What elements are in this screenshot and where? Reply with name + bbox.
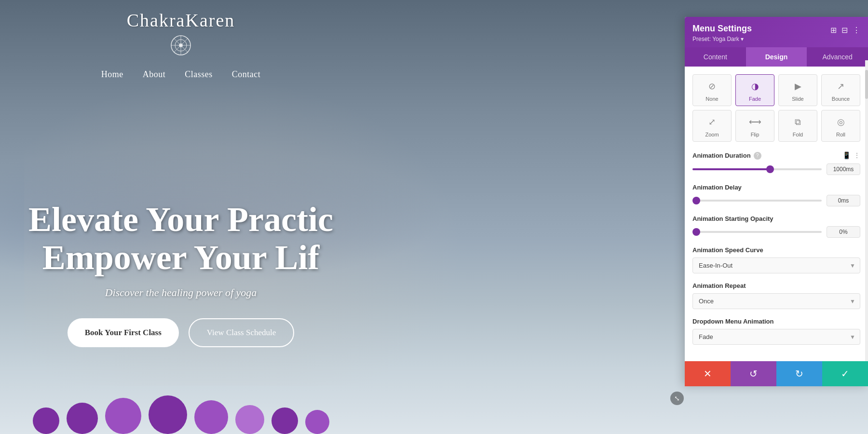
anim-none-icon: ⊘: [705, 79, 720, 94]
panel-preset[interactable]: Preset: Yoga Dark ▾: [692, 36, 752, 42]
animation-opacity-value[interactable]: 0%: [827, 226, 860, 238]
dropdown-menu-animation-select[interactable]: Fade Slide None: [692, 329, 860, 345]
animation-duration-more-icon[interactable]: ⋮: [854, 151, 860, 160]
circle-7: [271, 407, 298, 434]
animation-repeat-select-wrapper: Once Loop Never ▼: [692, 293, 860, 309]
animation-duration-fill: [692, 168, 770, 170]
anim-zoom-icon: ⤢: [705, 114, 720, 130]
tab-content[interactable]: Content: [685, 47, 746, 67]
circle-4: [149, 395, 187, 434]
save-button[interactable]: ✓: [822, 361, 868, 386]
panel-tabs: Content Design Advanced: [685, 47, 868, 67]
animation-speed-curve-section: Animation Speed Curve Ease-In-Out Linear…: [692, 246, 860, 273]
animation-delay-label: Animation Delay: [692, 184, 742, 191]
animation-opacity-slider-row: 0%: [692, 226, 860, 238]
anim-roll-label: Roll: [836, 132, 845, 137]
tab-design[interactable]: Design: [746, 47, 807, 67]
circle-6: [235, 405, 264, 434]
hero-subtitle: Discover the healing power of yoga: [0, 286, 362, 299]
animation-duration-help-icon[interactable]: ?: [754, 152, 761, 160]
animation-duration-label: Animation Duration: [692, 152, 751, 159]
nav-links: Home About Classes Contact: [101, 69, 261, 80]
animation-duration-section: Animation Duration ? 📱 ⋮ 1000ms: [692, 151, 860, 175]
panel-header-icons: ⊞ ⊟ ⋮: [830, 26, 860, 35]
more-options-icon[interactable]: ⋮: [853, 26, 860, 35]
anim-fold[interactable]: ⧉ Fold: [778, 110, 817, 142]
dropdown-menu-animation-select-wrapper: Fade Slide None ▼: [692, 329, 860, 345]
panel-title-area: Menu Settings Preset: Yoga Dark ▾: [692, 24, 752, 42]
animation-opacity-label-row: Animation Starting Opacity: [692, 215, 860, 222]
panel-body: ⊘ None ◑ Fade ▶ Slide ↗ Bounce ⤢ Zoom ⟷ …: [685, 67, 868, 361]
navigation: Chakra Karen Home About Classes Contact: [0, 0, 362, 80]
bottom-circles: [0, 395, 362, 434]
anim-flip-label: Flip: [751, 132, 760, 137]
anim-fold-label: Fold: [793, 132, 803, 137]
animation-speed-curve-select[interactable]: Ease-In-Out Linear Ease-In Ease-Out: [692, 258, 860, 273]
dropdown-menu-animation-section: Dropdown Menu Animation Fade Slide None …: [692, 318, 860, 345]
dropdown-menu-animation-label: Dropdown Menu Animation: [692, 318, 774, 325]
hero-content: Elevate Your Practic Empower Your Lif Di…: [0, 201, 362, 347]
animation-opacity-thumb[interactable]: [692, 228, 700, 236]
animation-repeat-label: Animation Repeat: [692, 282, 746, 289]
resize-handle[interactable]: ⤡: [670, 392, 684, 405]
animation-duration-value[interactable]: 1000ms: [827, 163, 860, 175]
anim-slide-label: Slide: [792, 96, 803, 102]
hero-title-line2: Empower Your Lif: [0, 239, 362, 277]
circle-8: [305, 410, 329, 434]
columns-icon[interactable]: ⊟: [841, 26, 848, 35]
panel-scrollbar[interactable]: [865, 60, 868, 361]
nav-about[interactable]: About: [143, 69, 166, 80]
anim-zoom[interactable]: ⤢ Zoom: [692, 110, 732, 142]
animation-duration-label-row: Animation Duration ? 📱 ⋮: [692, 151, 860, 160]
animation-duration-device-icon[interactable]: 📱: [842, 151, 851, 160]
animation-speed-curve-label: Animation Speed Curve: [692, 246, 763, 254]
anim-slide-icon: ▶: [790, 79, 806, 94]
animation-duration-slider-row: 1000ms: [692, 163, 860, 175]
panel-actions: ✕ ↺ ↻ ✓: [685, 361, 868, 386]
resize-icon: ⤡: [674, 394, 680, 403]
nav-contact[interactable]: Contact: [232, 69, 261, 80]
animation-delay-thumb[interactable]: [692, 197, 700, 204]
logo-script: Karen: [185, 10, 235, 31]
nav-home[interactable]: Home: [101, 69, 123, 80]
hero-title: Elevate Your Practic Empower Your Lif: [0, 201, 362, 277]
anim-fade[interactable]: ◑ Fade: [735, 74, 774, 106]
animation-duration-track[interactable]: [692, 168, 822, 170]
anim-flip-icon: ⟷: [747, 114, 763, 130]
animation-delay-section: Animation Delay 0ms: [692, 184, 860, 206]
anim-fade-label: Fade: [749, 96, 761, 102]
cancel-button[interactable]: ✕: [685, 361, 731, 386]
redo-button[interactable]: ↻: [776, 361, 822, 386]
logo-name: Chakra: [127, 10, 186, 31]
anim-bounce[interactable]: ↗ Bounce: [821, 74, 860, 106]
nav-classes[interactable]: Classes: [185, 69, 213, 80]
animation-delay-track[interactable]: [692, 200, 822, 202]
anim-roll[interactable]: ◎ Roll: [821, 110, 860, 142]
animation-opacity-track[interactable]: [692, 231, 822, 233]
animation-opacity-label: Animation Starting Opacity: [692, 215, 773, 222]
view-schedule-button[interactable]: View Class Schedule: [189, 318, 294, 347]
anim-flip[interactable]: ⟷ Flip: [735, 110, 774, 142]
chakra-symbol-icon: [169, 33, 193, 57]
book-first-class-button[interactable]: Book Your First Class: [68, 318, 179, 347]
animation-speed-curve-select-wrapper: Ease-In-Out Linear Ease-In Ease-Out ▼: [692, 258, 860, 273]
animation-repeat-select[interactable]: Once Loop Never: [692, 293, 860, 309]
fullscreen-icon[interactable]: ⊞: [830, 26, 837, 35]
hero-title-line1: Elevate Your Practic: [0, 201, 362, 239]
anim-slide[interactable]: ▶ Slide: [778, 74, 817, 106]
panel-scrollbar-thumb[interactable]: [865, 70, 868, 99]
animation-delay-value[interactable]: 0ms: [827, 195, 860, 206]
settings-panel: Menu Settings Preset: Yoga Dark ▾ ⊞ ⊟ ⋮ …: [685, 17, 868, 386]
anim-bounce-icon: ↗: [833, 79, 849, 94]
anim-none[interactable]: ⊘ None: [692, 74, 732, 106]
reset-button[interactable]: ↺: [731, 361, 776, 386]
circle-3: [105, 398, 141, 434]
logo: Chakra Karen: [127, 10, 235, 60]
panel-header: Menu Settings Preset: Yoga Dark ▾ ⊞ ⊟ ⋮: [685, 17, 868, 47]
animation-repeat-label-row: Animation Repeat: [692, 282, 860, 289]
hero-buttons: Book Your First Class View Class Schedul…: [0, 318, 362, 347]
animation-repeat-section: Animation Repeat Once Loop Never ▼: [692, 282, 860, 309]
animation-duration-thumb[interactable]: [766, 165, 774, 173]
tab-advanced[interactable]: Advanced: [807, 47, 868, 67]
anim-bounce-label: Bounce: [832, 96, 850, 102]
